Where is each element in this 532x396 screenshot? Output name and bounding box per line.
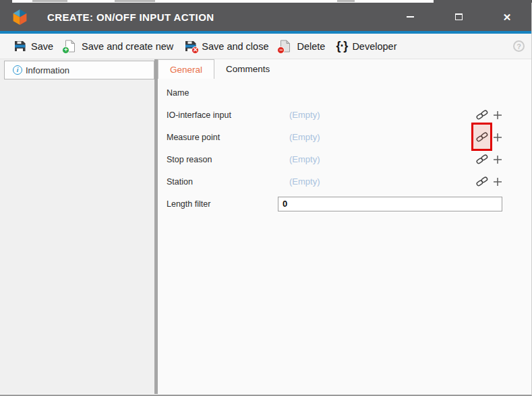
delete-page-minus-icon: −	[279, 40, 292, 53]
save-floppy-icon	[13, 40, 26, 53]
tab-general[interactable]: General	[158, 59, 214, 79]
close-icon: ✕	[503, 12, 512, 22]
station-label: Station	[167, 177, 278, 187]
stop-reason-link-icon[interactable]	[476, 154, 488, 165]
maximize-icon	[455, 13, 463, 20]
information-icon: i	[13, 65, 22, 75]
station-link-icon[interactable]	[476, 176, 488, 187]
stop-reason-label: Stop reason	[167, 155, 278, 164]
minimize-button[interactable]	[386, 3, 434, 31]
stop-reason-add-icon[interactable]	[493, 155, 502, 164]
content-panel: General Comments Name IO-interface input…	[158, 59, 531, 394]
save-close-floppy-x-icon: ✕	[184, 40, 197, 53]
tab-bar: General Comments	[158, 59, 531, 79]
form-row-station: Station (Empty)	[158, 170, 531, 193]
main-area: i Information General Comments Name	[0, 59, 531, 394]
length-filter-label: Length filter	[167, 199, 278, 209]
developer-braces-icon: {·}	[336, 39, 347, 53]
form-row-stop-reason: Stop reason (Empty)	[158, 148, 531, 170]
close-badge-icon: ✕	[191, 46, 199, 54]
save-and-close-label: Save and close	[202, 41, 268, 52]
io-interface-input-link-icon[interactable]	[476, 109, 488, 121]
window-controls: ✕	[386, 3, 531, 31]
length-filter-input[interactable]	[278, 197, 502, 211]
developer-label: Developer	[352, 41, 396, 52]
measure-point-add-icon[interactable]	[493, 133, 502, 142]
sidebar-item-label: Information	[26, 65, 69, 75]
form-row-measure-point: Measure point (Empty)	[158, 126, 531, 148]
minimize-icon	[407, 16, 414, 18]
io-interface-input-add-icon[interactable]	[493, 110, 502, 120]
station-value[interactable]: (Empty)	[278, 176, 320, 187]
help-icon[interactable]: ?	[513, 40, 525, 52]
delete-button[interactable]: − Delete	[274, 37, 330, 55]
stop-reason-value[interactable]: (Empty)	[278, 154, 320, 164]
measure-point-link-icon[interactable]	[476, 131, 488, 143]
minus-badge-icon: −	[277, 46, 285, 54]
save-new-page-plus-icon: +	[64, 40, 77, 53]
screen: CREATE: ON/OFF INPUT ACTION ✕ S	[0, 0, 532, 396]
form: Name IO-interface input (Empty)	[158, 79, 531, 215]
station-add-icon[interactable]	[493, 177, 502, 187]
delete-label: Delete	[297, 41, 325, 52]
developer-button[interactable]: {·} Developer	[330, 36, 402, 56]
sidebar: i Information	[0, 59, 154, 394]
tab-comments[interactable]: Comments	[214, 59, 281, 79]
name-label: Name	[167, 88, 278, 98]
measure-point-value[interactable]: (Empty)	[278, 132, 320, 142]
maximize-button[interactable]	[434, 3, 483, 31]
io-interface-input-label: IO-interface input	[167, 110, 278, 120]
save-label: Save	[31, 41, 53, 52]
save-button[interactable]: Save	[8, 37, 59, 55]
save-and-create-new-label: Save and create new	[82, 41, 173, 52]
form-row-name: Name	[158, 81, 531, 104]
close-button[interactable]: ✕	[483, 3, 531, 31]
plus-badge-icon: +	[62, 46, 69, 54]
window-title: CREATE: ON/OFF INPUT ACTION	[47, 11, 214, 23]
dialog-window: CREATE: ON/OFF INPUT ACTION ✕ S	[0, 3, 532, 396]
toolbar: Save + Save and create new	[0, 34, 531, 59]
form-row-io-interface-input: IO-interface input (Empty)	[158, 104, 531, 126]
save-and-close-button[interactable]: ✕ Save and close	[179, 37, 274, 55]
save-and-create-new-button[interactable]: + Save and create new	[59, 37, 179, 55]
measure-point-label: Measure point	[167, 133, 278, 142]
sidebar-item-information[interactable]: i Information	[4, 61, 154, 79]
app-logo-icon	[11, 9, 28, 26]
form-row-length-filter: Length filter	[158, 193, 531, 215]
io-interface-input-value[interactable]: (Empty)	[278, 110, 320, 120]
titlebar: CREATE: ON/OFF INPUT ACTION ✕	[0, 3, 531, 31]
